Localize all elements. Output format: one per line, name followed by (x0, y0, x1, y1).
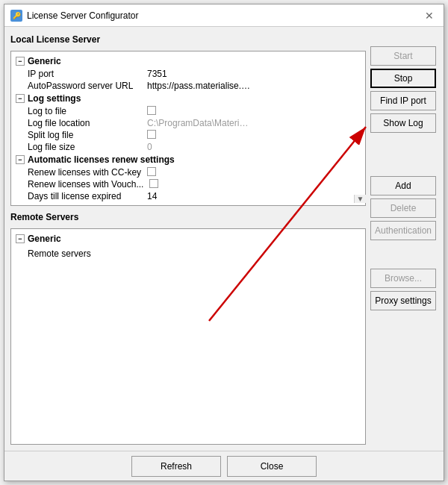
auto-renew-group-header[interactable]: − Automatic licenses renew settings (11, 153, 365, 166)
find-ip-port-button[interactable]: Find IP port (370, 91, 436, 110)
right-middle-buttons: Add Delete Authentication (370, 176, 438, 240)
remote-servers-key: Remote servers (28, 248, 91, 259)
main-area: Local License Server − Generic IP port 7… (4, 27, 444, 451)
scroll-down-indicator: ▼ (354, 195, 366, 203)
autopassword-row: AutoPassword server URL https://pass.mat… (11, 80, 365, 92)
renew-cc-key: Renew licenses with CC-key (28, 167, 147, 178)
authentication-button[interactable]: Authentication (370, 221, 436, 240)
close-window-button[interactable]: ✕ (421, 7, 438, 24)
autopassword-key: AutoPassword server URL (28, 81, 147, 91)
right-top-buttons: Start Stop Find IP port Show Log (370, 46, 438, 133)
refresh-button[interactable]: Refresh (131, 456, 221, 477)
log-file-size-key: Log file size (28, 142, 147, 152)
log-to-file-checkbox[interactable] (147, 106, 156, 115)
log-to-file-key: Log to file (28, 106, 147, 116)
log-file-location-key: Log file location (28, 118, 147, 128)
local-tree-panel[interactable]: − Generic IP port 7351 AutoPassword serv… (10, 51, 366, 206)
close-button[interactable]: Close (227, 456, 317, 477)
renew-vouch-checkbox[interactable] (149, 179, 158, 188)
split-log-key: Split log file (28, 130, 147, 140)
renew-cc-row: Renew licenses with CC-key (11, 166, 365, 178)
days-value: 14 (147, 191, 157, 201)
split-log-checkbox[interactable] (147, 130, 156, 139)
start-button[interactable]: Start (370, 46, 436, 66)
generic-group-header[interactable]: − Generic (11, 54, 365, 68)
right-bottom-buttons: Browse... Proxy settings (370, 269, 438, 310)
window-icon: 🔑 (10, 10, 22, 22)
ip-port-value: 7351 (147, 69, 167, 79)
local-section-label: Local License Server (10, 33, 366, 46)
renew-cc-checkbox[interactable] (147, 167, 156, 176)
stop-button[interactable]: Stop (370, 69, 436, 88)
renew-vouch-row: Renew licenses with Vouch... (11, 178, 365, 190)
autopassword-value: https://pass.materialise.com/MatPassword… (147, 81, 252, 91)
main-window: 🔑 License Server Configurator ✕ Local Li… (4, 4, 444, 481)
ip-port-key: IP port (28, 69, 147, 79)
browse-button[interactable]: Browse... (370, 269, 436, 288)
generic-expand-icon[interactable]: − (16, 57, 25, 66)
auto-renew-expand-icon[interactable]: − (16, 155, 25, 164)
log-settings-expand-icon[interactable]: − (16, 94, 25, 103)
remote-servers-row: Remote servers (11, 245, 365, 262)
renew-vouch-key: Renew licenses with Vouch... (28, 179, 149, 190)
days-key: Days till license expired (28, 191, 147, 201)
right-spacer2 (370, 243, 438, 266)
remote-tree-panel[interactable]: − Generic Remote servers (10, 228, 366, 445)
log-settings-group-header[interactable]: − Log settings (11, 92, 365, 105)
footer: Refresh Close (4, 451, 444, 481)
log-file-location-row: Log file location C:\ProgramData\Materia… (11, 117, 365, 129)
title-bar: 🔑 License Server Configurator ✕ (4, 4, 444, 27)
remote-generic-label: Generic (28, 234, 61, 244)
log-settings-label: Log settings (28, 93, 81, 104)
generic-label: Generic (28, 56, 61, 66)
log-file-size-row: Log file size 0 (11, 141, 365, 153)
remote-section-label: Remote Servers (10, 210, 366, 224)
log-to-file-row: Log to file (11, 105, 365, 117)
right-spacer1 (370, 136, 438, 173)
days-row: Days till license expired 14 (11, 190, 365, 202)
remote-generic-expand-icon[interactable]: − (16, 234, 25, 243)
right-panel: Start Stop Find IP port Show Log Add Del… (370, 33, 438, 445)
log-file-size-value: 0 (147, 142, 152, 152)
show-log-button[interactable]: Show Log (370, 113, 436, 133)
log-file-location-value: C:\ProgramData\Materialise\LicenseFiles (147, 118, 252, 128)
content-area: Local License Server − Generic IP port 7… (4, 27, 444, 481)
add-button[interactable]: Add (370, 176, 436, 195)
ip-port-row: IP port 7351 (11, 68, 365, 80)
left-panel: Local License Server − Generic IP port 7… (10, 33, 366, 445)
remote-generic-group-header[interactable]: − Generic (11, 232, 365, 245)
proxy-settings-button[interactable]: Proxy settings (370, 291, 436, 310)
delete-button[interactable]: Delete (370, 198, 436, 218)
window-title: License Server Configurator (27, 10, 138, 21)
split-log-row: Split log file (11, 129, 365, 141)
auto-renew-label: Automatic licenses renew settings (28, 154, 175, 165)
